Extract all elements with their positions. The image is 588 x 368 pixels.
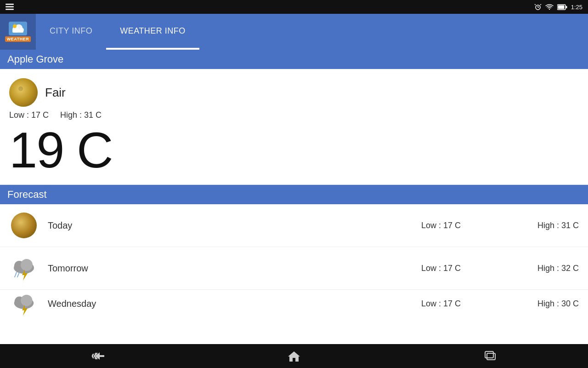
svg-line-23 bbox=[17, 272, 19, 277]
status-bar-left bbox=[6, 4, 14, 10]
forecast-high-wednesday: High : 30 C bbox=[487, 299, 579, 309]
svg-rect-2 bbox=[6, 9, 14, 10]
battery-icon bbox=[557, 4, 567, 10]
svg-point-20 bbox=[21, 259, 33, 271]
condition-label: Fair bbox=[45, 86, 66, 100]
svg-marker-28 bbox=[288, 351, 300, 362]
svg-line-17 bbox=[17, 24, 17, 25]
city-name: Apple Grove bbox=[7, 53, 63, 65]
forecast-low-today: Low : 17 C bbox=[395, 221, 487, 230]
tab-weather-info[interactable]: WEATHER INFO bbox=[106, 14, 199, 50]
app-header: WEATHER CITY INFO WEATHER INFO bbox=[0, 14, 588, 50]
tab-city-info[interactable]: CITY INFO bbox=[36, 14, 106, 50]
alarm-icon bbox=[534, 3, 542, 11]
logo-badge: WEATHER bbox=[5, 36, 31, 42]
menu-icon bbox=[6, 4, 14, 10]
weather-cloud-icon bbox=[11, 23, 25, 34]
svg-rect-1 bbox=[6, 6, 14, 8]
forecast-day-today: Today bbox=[48, 220, 395, 231]
svg-line-7 bbox=[540, 4, 541, 5]
svg-rect-30 bbox=[487, 353, 495, 360]
forecast-row-wednesday: Wednesday Low : 17 C High : 30 C bbox=[0, 290, 588, 317]
moon-icon bbox=[9, 78, 38, 107]
svg-rect-29 bbox=[485, 351, 493, 358]
forecast-day-wednesday: Wednesday bbox=[48, 299, 395, 309]
storm-icon bbox=[10, 255, 38, 282]
forecast-row-tomorrow: Tomorrow Low : 17 C High : 32 C bbox=[0, 247, 588, 290]
tab-bar: CITY INFO WEATHER INFO bbox=[36, 14, 588, 50]
high-temp: High : 31 C bbox=[60, 110, 102, 120]
logo-icon bbox=[9, 22, 27, 35]
svg-rect-14 bbox=[12, 29, 23, 33]
forecast-row-today: Today Low : 17 C High : 31 C bbox=[0, 204, 588, 247]
current-weather-section: Fair Low : 17 C High : 31 C 19 C bbox=[0, 69, 588, 185]
home-icon bbox=[287, 350, 301, 362]
status-bar-right: 1:25 bbox=[534, 3, 582, 11]
weather-condition-row: Fair bbox=[9, 78, 579, 107]
forecast-low-tomorrow: Low : 17 C bbox=[395, 264, 487, 273]
current-temperature: 19 C bbox=[9, 125, 579, 175]
svg-line-22 bbox=[15, 272, 17, 277]
storm-icon-2 bbox=[10, 291, 38, 316]
wifi-icon bbox=[545, 4, 554, 10]
status-bar: 1:25 bbox=[0, 0, 588, 14]
forecast-bar: Forecast bbox=[0, 185, 588, 204]
home-button[interactable] bbox=[276, 344, 312, 368]
low-temp: Low : 17 C bbox=[9, 110, 49, 120]
svg-rect-0 bbox=[6, 4, 14, 5]
app-logo: WEATHER bbox=[0, 14, 36, 50]
forecast-title: Forecast bbox=[7, 189, 47, 200]
current-weather-icon bbox=[9, 78, 38, 107]
svg-line-6 bbox=[535, 4, 536, 5]
forecast-day-tomorrow: Tomorrow bbox=[48, 263, 395, 274]
recents-icon bbox=[483, 351, 497, 362]
city-name-bar: Apple Grove bbox=[0, 50, 588, 69]
forecast-low-wednesday: Low : 17 C bbox=[395, 299, 487, 309]
forecast-high-tomorrow: High : 32 C bbox=[487, 264, 579, 273]
recents-button[interactable] bbox=[472, 344, 509, 368]
forecast-high-today: High : 31 C bbox=[487, 221, 579, 230]
forecast-list: Today Low : 17 C High : 31 C Tomorrow Lo… bbox=[0, 204, 588, 317]
svg-rect-10 bbox=[565, 6, 567, 8]
svg-rect-9 bbox=[558, 5, 564, 9]
forecast-icon-today bbox=[9, 211, 39, 240]
forecast-icon-tomorrow bbox=[9, 253, 39, 283]
svg-point-15 bbox=[13, 24, 17, 28]
temp-range: Low : 17 C High : 31 C bbox=[9, 110, 579, 120]
back-button[interactable] bbox=[79, 344, 116, 368]
svg-point-26 bbox=[21, 295, 32, 306]
time-display: 1:25 bbox=[571, 4, 582, 11]
forecast-icon-wednesday bbox=[9, 290, 39, 317]
moon-forecast-icon bbox=[11, 213, 37, 238]
bottom-nav bbox=[0, 344, 588, 368]
back-icon bbox=[90, 350, 105, 362]
